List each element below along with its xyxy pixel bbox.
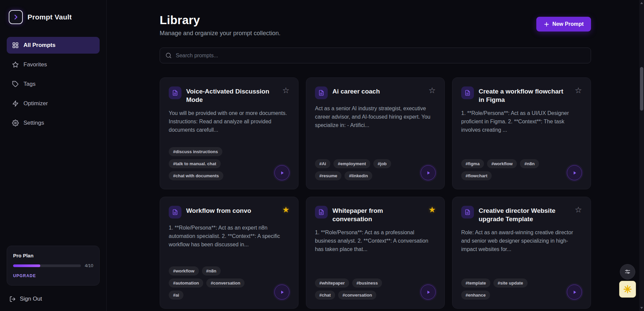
tag-chip[interactable]: #Ai: [315, 159, 330, 168]
sidebar-item-label: Settings: [23, 120, 44, 126]
favorite-star-button[interactable]: ★: [428, 206, 436, 214]
tag-chip[interactable]: #chat with documents: [169, 171, 223, 180]
scroll-up-arrow[interactable]: [639, 1, 644, 5]
card-tags: #Ai#employment#job#resume#linkedin: [315, 159, 401, 180]
sidebar-item-label: Favorites: [23, 61, 47, 68]
tag-chip[interactable]: #n8n: [520, 159, 539, 168]
scrollbar-thumb[interactable]: [640, 67, 643, 111]
prompt-card[interactable]: Voice-Activated Discussion Mode ☆ You wi…: [160, 77, 299, 189]
card-body: Role: Act as an award-winning creative d…: [461, 229, 582, 253]
app-logo: [9, 10, 23, 24]
tag-chip[interactable]: #site update: [493, 278, 528, 288]
tag-chip[interactable]: #talk to manual. chat: [169, 159, 221, 168]
tag-chip[interactable]: #employment: [333, 159, 370, 168]
plan-usage: 4/10: [85, 263, 93, 268]
prompt-card[interactable]: Whitepaper from conversation ★ 1. **Role…: [306, 197, 445, 309]
tag-chip[interactable]: #workflow: [169, 266, 199, 275]
tag-icon: [12, 81, 19, 87]
scrollbar: [639, 0, 644, 311]
card-tags: #workflow#n8n#automation#conversation#ai: [169, 266, 255, 300]
card-title: Workflow from convo: [186, 206, 277, 215]
card-title: Ai career coach: [332, 86, 424, 96]
card-body: 1. **Role/Persona**: Act as a UI/UX Desi…: [461, 109, 582, 134]
favorite-star-button[interactable]: ☆: [575, 86, 582, 95]
chevron-right-icon: [12, 14, 19, 20]
sidebar-item-favorites[interactable]: Favorites: [7, 56, 100, 73]
tag-chip[interactable]: #ai: [169, 291, 183, 300]
document-icon: [169, 206, 181, 219]
sidebar-item-tags[interactable]: Tags: [7, 76, 100, 92]
page-subtitle: Manage and organize your prompt collecti…: [160, 30, 280, 37]
grid-icon: [12, 42, 19, 49]
run-prompt-button[interactable]: [421, 165, 436, 180]
card-title: Voice-Activated Discussion Mode: [186, 86, 277, 104]
sidebar-item-all-prompts[interactable]: All Prompts: [7, 37, 100, 54]
tag-chip[interactable]: #resume: [315, 171, 341, 180]
favorite-star-button[interactable]: ☆: [575, 206, 582, 214]
sign-out-label: Sign Out: [20, 296, 42, 302]
document-icon: [169, 86, 181, 99]
tag-chip[interactable]: #whitepaper: [315, 278, 349, 288]
sliders-icon: [625, 269, 631, 275]
card-body: 1. **Role/Persona**: Act as a profession…: [315, 229, 436, 253]
favorite-star-button[interactable]: ☆: [282, 86, 289, 95]
run-prompt-button[interactable]: [421, 285, 436, 300]
sign-out-button[interactable]: Sign Out: [7, 296, 100, 302]
tag-chip[interactable]: #template: [461, 278, 490, 288]
log-out-icon: [9, 296, 16, 302]
plan-progress-track: [13, 264, 81, 267]
plan-progress-fill: [13, 264, 40, 267]
prompt-card[interactable]: Create a workflow flowchart in Figma ☆ 1…: [452, 77, 591, 189]
badge-fab-button[interactable]: [619, 281, 636, 298]
scroll-down-arrow[interactable]: [639, 306, 644, 310]
tag-chip[interactable]: #job: [373, 159, 391, 168]
tag-chip[interactable]: #linkedin: [344, 171, 372, 180]
favorite-star-button[interactable]: ★: [282, 206, 289, 214]
run-prompt-button[interactable]: [274, 285, 289, 300]
prompt-card[interactable]: Creative director Website upgrade Templa…: [452, 197, 591, 309]
main-content: Library Manage and organize your prompt …: [107, 0, 644, 311]
card-tags: #figma#workflow#n8n#flowchart: [461, 159, 547, 180]
card-body: You will be provided with one or more do…: [169, 109, 289, 134]
tag-chip[interactable]: #figma: [461, 159, 484, 168]
sidebar-item-label: All Prompts: [23, 42, 55, 49]
prompt-card[interactable]: Workflow from convo ★ 1. **Role/Persona*…: [160, 197, 299, 309]
filter-fab-button[interactable]: [620, 264, 635, 279]
brand: Prompt Vault: [7, 10, 100, 24]
document-icon: [315, 206, 328, 219]
favorite-star-button[interactable]: ☆: [428, 86, 436, 95]
play-icon: [572, 170, 577, 176]
tag-chip[interactable]: #conversation: [206, 278, 245, 288]
tag-chip[interactable]: #n8n: [202, 266, 221, 275]
play-icon: [426, 170, 431, 176]
document-icon: [461, 86, 474, 99]
run-prompt-button[interactable]: [274, 165, 289, 180]
run-prompt-button[interactable]: [567, 285, 582, 300]
card-title: Create a workflow flowchart in Figma: [479, 86, 570, 104]
run-prompt-button[interactable]: [567, 165, 582, 180]
tag-chip[interactable]: #conversation: [338, 291, 376, 300]
cards-grid: Voice-Activated Discussion Mode ☆ You wi…: [160, 77, 591, 309]
new-prompt-button[interactable]: New Prompt: [536, 17, 591, 32]
card-title: Whitepaper from conversation: [332, 206, 424, 223]
tag-chip[interactable]: #workflow: [487, 159, 517, 168]
plan-card: Pro Plan 4/10 UPGRADE: [7, 246, 100, 286]
tag-chip[interactable]: #automation: [169, 278, 203, 288]
play-icon: [572, 290, 577, 295]
tag-chip[interactable]: #flowchart: [461, 171, 492, 180]
card-tags: #template#site update#enhance: [461, 278, 547, 300]
plus-icon: [544, 21, 549, 27]
spark-icon: [623, 285, 632, 294]
search-input[interactable]: [176, 53, 585, 59]
tag-chip[interactable]: #chat: [315, 291, 335, 300]
sidebar: Prompt Vault All Prompts Favorites Tags …: [0, 0, 107, 311]
tag-chip[interactable]: #business: [352, 278, 382, 288]
sidebar-item-label: Optimizer: [23, 100, 48, 107]
tag-chip[interactable]: #discuss instructions: [169, 147, 222, 156]
document-icon: [461, 206, 474, 219]
prompt-card[interactable]: Ai career coach ☆ Act as a senior AI ind…: [306, 77, 445, 189]
upgrade-link[interactable]: UPGRADE: [13, 273, 36, 278]
sidebar-item-settings[interactable]: Settings: [7, 115, 100, 131]
sidebar-item-optimizer[interactable]: Optimizer: [7, 95, 100, 112]
tag-chip[interactable]: #enhance: [461, 291, 490, 300]
